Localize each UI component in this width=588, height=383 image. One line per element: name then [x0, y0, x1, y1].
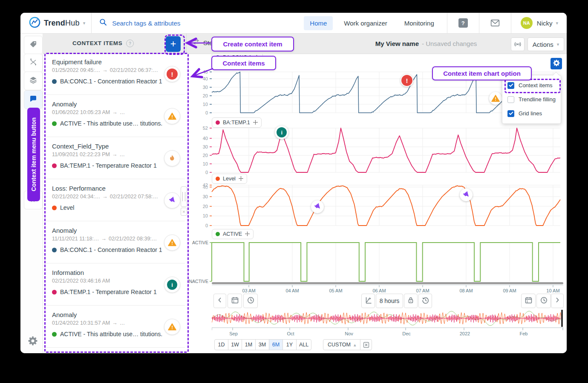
- context-item-title: Equipment failure: [52, 58, 102, 66]
- gear-icon: [553, 60, 560, 68]
- context-item[interactable]: Equipment failure01/25/2022 09:45:…→02/2…: [46, 53, 185, 95]
- series-color-dot: [216, 120, 220, 125]
- panel-collapse-button[interactable]: ✕: [181, 208, 187, 216]
- user-menu[interactable]: NA Nicky ▾: [521, 17, 558, 29]
- context-item-tag: ACTIVE - This attribute use… titutions.: [52, 120, 162, 127]
- search-bar[interactable]: [99, 18, 241, 28]
- range-button-6m[interactable]: 6M: [269, 339, 283, 350]
- search-input[interactable]: [111, 19, 241, 27]
- series-badge-BA:TEMP.1[interactable]: BA:TEMP.1: [212, 117, 262, 128]
- stage: TrendHub ▾ HomeWork organizerMonitoring …: [0, 0, 588, 383]
- chart-BA:TEMP.1[interactable]: 01020304052: [203, 126, 560, 175]
- tag-color-dot: [52, 121, 57, 126]
- chart-marker-info[interactable]: i: [275, 126, 288, 139]
- context-item-title: Anomaly: [52, 100, 77, 108]
- sidebar-item-layers[interactable]: [24, 71, 43, 90]
- panel-help-icon[interactable]: ?: [126, 40, 134, 47]
- checkbox-checked[interactable]: [507, 82, 514, 89]
- search-icon: [99, 18, 107, 28]
- chart-marker-loss[interactable]: [311, 200, 324, 213]
- chart-marker-warning[interactable]: [489, 92, 502, 105]
- chart-area[interactable]: 010203040480102030405201020304042ACTIVEI…: [186, 54, 567, 353]
- sidebar-item-formula[interactable]: [24, 54, 43, 72]
- actions-button[interactable]: Actions▾: [527, 37, 564, 51]
- svg-text:ACTIVE: ACTIVE: [192, 240, 208, 245]
- range-button-1w[interactable]: 1W: [228, 339, 242, 350]
- context-item[interactable]: Anomaly01/06/2022 10:05:23 AM→…ACTIVE - …: [46, 95, 185, 137]
- stacked-toggle[interactable]: Sta: [193, 39, 213, 47]
- user-name: Nicky: [537, 20, 553, 27]
- help-icon[interactable]: ?: [458, 18, 468, 28]
- time-range-buttons: 1D1W1M3M6M1YALL: [214, 339, 311, 350]
- range-button-all[interactable]: ALL: [296, 339, 311, 350]
- overview-strip[interactable]: [212, 310, 563, 327]
- loss-icon: [314, 203, 321, 211]
- context-item-period: 01/25/2022 09:45:…→02/21/2022 06:37:…: [52, 67, 158, 73]
- brand-name: TrendHub: [44, 19, 80, 28]
- context-item[interactable]: Anomaly11/11/2021 11:18:…→02/21/2022 08:…: [46, 221, 185, 263]
- divider: [186, 33, 187, 54]
- sidebar-item-settings[interactable]: [24, 333, 42, 351]
- loss-icon: [168, 197, 176, 204]
- series-color-dot: [216, 177, 220, 181]
- error-icon: !: [167, 69, 178, 80]
- app-logo[interactable]: TrendHub ▾: [29, 17, 85, 30]
- tab-home[interactable]: Home: [304, 16, 333, 30]
- context-item[interactable]: Context_Field_Type11/09/2021 02:22:23 PM…: [46, 137, 185, 179]
- context-items-panel: Equipment failure01/25/2022 09:45:…→02/2…: [46, 53, 185, 350]
- menu-option-trendline-filling[interactable]: Trendline filling: [502, 92, 561, 106]
- mail-icon[interactable]: [490, 19, 500, 27]
- chart-h-scrollbar[interactable]: [212, 282, 563, 284]
- svg-text:20: 20: [203, 153, 208, 158]
- context-item-title: Loss: Performance: [52, 185, 106, 192]
- view-title: My View name - Unsaved changes: [307, 33, 545, 54]
- context-item[interactable]: Information02/21/2022 03:46:16 AMBA:TEMP…: [46, 263, 185, 306]
- range-button-3m[interactable]: 3M: [255, 339, 269, 350]
- chart-Level[interactable]: 01020304042: [203, 183, 560, 228]
- tag-name: Level: [60, 204, 74, 211]
- chart-ACTIVE[interactable]: ACTIVEINACTIVE: [188, 240, 560, 284]
- series-badge-Level[interactable]: Level: [212, 174, 247, 184]
- swap-icon: [193, 39, 200, 47]
- trend-line-Level: [212, 186, 560, 226]
- menu-option-label: Context items: [519, 82, 552, 89]
- broadcast-button[interactable]: [511, 37, 525, 51]
- chart-marker-loss[interactable]: [460, 189, 473, 201]
- chevron-down-icon: ▾: [83, 20, 86, 26]
- panel-resize-handle[interactable]: [181, 186, 187, 207]
- context-item[interactable]: Loss: Performance02/21/2022 04:34:…→02/2…: [46, 179, 185, 221]
- chart-options-gear-button[interactable]: [551, 58, 562, 69]
- tag-name: ACTIVE - This attribute use… titutions.: [60, 120, 162, 127]
- menu-option-grid-lines[interactable]: Grid lines: [502, 106, 561, 120]
- chart-marker-error[interactable]: !: [401, 74, 413, 87]
- error-icon: !: [401, 75, 412, 86]
- context-item-tag: ACTIVE - This attribute use… titutions.: [52, 331, 162, 337]
- range-button-1y[interactable]: 1Y: [282, 339, 297, 350]
- tag-color-dot: [52, 248, 57, 252]
- move-icon: [253, 119, 258, 126]
- tab-monitoring[interactable]: Monitoring: [398, 16, 440, 30]
- context-item[interactable]: Anomaly01/24/2022 10:31:57 AM→…ACTIVE - …: [46, 306, 185, 348]
- svg-text:52: 52: [203, 126, 208, 131]
- sidebar-item-tag[interactable]: [24, 36, 43, 54]
- sidebar-item-chat[interactable]: [24, 90, 43, 109]
- info-icon: i: [167, 280, 177, 290]
- context-item-title: Anomaly: [52, 311, 77, 318]
- checkbox-unchecked[interactable]: [507, 96, 514, 103]
- overview-brush-handle[interactable]: [561, 310, 563, 327]
- tab-work-organizer[interactable]: Work organizer: [338, 16, 393, 30]
- tag-name: BA:CONC.1 - Concentration Reactor 1: [60, 78, 162, 85]
- range-button-1d[interactable]: 1D: [214, 339, 228, 350]
- series-badge-ACTIVE[interactable]: ACTIVE: [212, 229, 254, 239]
- checkbox-checked[interactable]: [507, 110, 514, 117]
- svg-text:40: 40: [203, 76, 208, 81]
- custom-range-button[interactable]: CUSTOM▴: [323, 339, 360, 350]
- top-navbar: TrendHub ▾ HomeWork organizerMonitoring …: [20, 13, 567, 34]
- tag-icon: [29, 40, 37, 50]
- custom-clear-button[interactable]: [360, 339, 372, 350]
- hour-label: 08 AM: [459, 288, 473, 293]
- annotation-create-context-item: Create context item: [211, 37, 294, 51]
- range-button-1m[interactable]: 1M: [242, 339, 256, 350]
- create-context-item-button[interactable]: +: [166, 36, 181, 52]
- chart-options-menu: Context itemsTrendline fillingGrid lines: [502, 75, 561, 124]
